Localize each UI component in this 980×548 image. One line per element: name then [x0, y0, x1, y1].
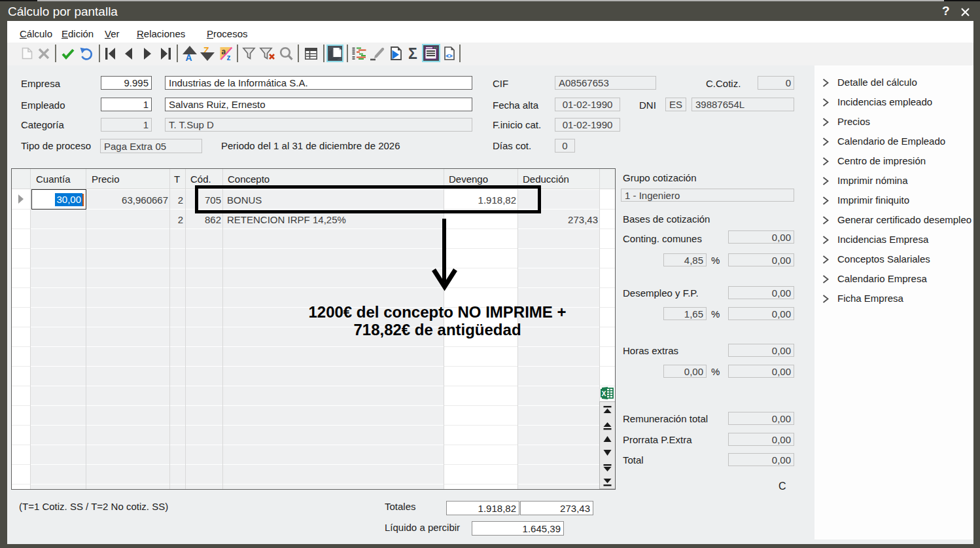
svg-text:z: z — [227, 53, 231, 62]
svg-text:Σ: Σ — [408, 45, 417, 62]
svg-text:X: X — [602, 390, 606, 397]
svg-text:A: A — [186, 52, 192, 63]
